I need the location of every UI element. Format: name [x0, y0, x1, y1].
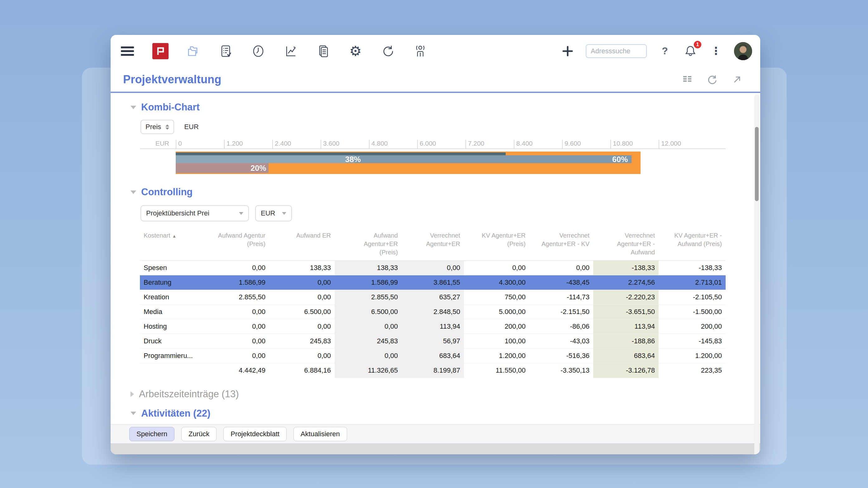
column-header[interactable]: Aufwand ER — [269, 230, 335, 261]
table-row[interactable]: Media0,006.500,006.500,002.848,505.000,0… — [140, 305, 725, 319]
table-cell: 245,83 — [269, 334, 335, 349]
kv-bar: 38% 60% 20% — [176, 151, 641, 174]
table-totals-row[interactable]: 4.442,496.884,1611.326,658.199,8711.550,… — [140, 363, 725, 378]
table-cell: 6.500,00 — [335, 305, 402, 319]
table-cell: 100,00 — [464, 334, 529, 349]
table-cell: -3.350,13 — [529, 363, 593, 378]
table-cell: 0,00 — [335, 319, 402, 334]
window-bottom-bar — [111, 443, 760, 454]
clock-icon[interactable] — [251, 44, 266, 59]
table-cell: 11.326,65 — [335, 363, 402, 378]
section-arbeitszeit[interactable]: Arbeitszeiteinträge (13) — [130, 389, 760, 400]
aufwand-agentur-bar — [176, 155, 354, 163]
table-cell: 0,00 — [402, 261, 464, 275]
table-cell: 0,00 — [269, 349, 335, 363]
scrollbar-thumb[interactable] — [755, 127, 758, 201]
sync-icon[interactable] — [380, 44, 395, 59]
line-chart-icon[interactable] — [283, 44, 298, 59]
search-input[interactable] — [586, 44, 647, 58]
projects-folder-icon[interactable] — [186, 44, 201, 59]
table-row[interactable]: Programmieru...0,000,000,00683,641.200,0… — [140, 349, 725, 363]
table-cell: 6.500,00 — [269, 305, 335, 319]
table-cell: 8.199,87 — [402, 363, 464, 378]
column-header[interactable]: KV Agentur+ER(Preis) — [464, 230, 529, 261]
team-resource-icon[interactable] — [413, 44, 428, 59]
table-row[interactable]: Beratung1.586,990,001.586,993.861,554.30… — [140, 275, 725, 290]
bell-icon[interactable]: 1 — [683, 44, 698, 59]
column-header[interactable]: VerrechnetAgentur+ER -Aufwand — [593, 230, 659, 261]
table-cell: 138,33 — [335, 261, 402, 275]
app-window: ⚙ ? — [111, 35, 760, 454]
column-header[interactable]: VerrechnetAgentur+ER - KV — [529, 230, 593, 261]
table-cell: -138,33 — [659, 261, 725, 275]
table-cell: -2.105,50 — [659, 290, 725, 305]
column-header[interactable]: Kostenart▲ — [140, 230, 199, 261]
section-aktivitaeten[interactable]: Aktivitäten (22) — [130, 408, 760, 419]
table-cell: 2.274,56 — [593, 275, 659, 290]
spinner-icon — [165, 124, 169, 130]
section-title-aktivitaeten: Aktivitäten (22) — [141, 408, 210, 419]
sort-asc-icon: ▲ — [172, 234, 177, 238]
agentur-pct-label: 38% — [345, 155, 361, 164]
axis-unit-label: EUR — [140, 140, 171, 147]
copy-report-icon[interactable] — [316, 44, 331, 59]
section-controlling[interactable]: Controlling — [130, 186, 760, 198]
table-cell: 113,94 — [402, 319, 464, 334]
pink-pct-label: 20% — [250, 164, 266, 173]
refresh-icon[interactable] — [707, 74, 718, 85]
row-label: Kreation — [140, 290, 199, 305]
column-header[interactable]: VerrechnetAgentur+ER — [402, 230, 464, 261]
collapse-icon[interactable] — [130, 411, 136, 415]
table-row[interactable]: Druck0,00245,83245,8356,97100,00-43,03-1… — [140, 334, 725, 349]
table-cell: 2.713,01 — [659, 275, 725, 290]
table-row[interactable]: Kreation2.855,500,002.855,50635,27750,00… — [140, 290, 725, 305]
table-cell: 4.300,00 — [464, 275, 529, 290]
currency-select[interactable]: EUR — [255, 205, 292, 221]
menu-icon[interactable] — [120, 44, 135, 59]
table-cell: 0,00 — [269, 290, 335, 305]
axis-tick: 8.400 — [514, 140, 533, 149]
kebab-menu-icon[interactable]: ⋮ — [709, 44, 723, 59]
row-label — [140, 363, 199, 378]
help-icon[interactable]: ? — [657, 44, 672, 59]
kombi-chart: EUR 01.2002.4003.6004.8006.0007.2008.400… — [140, 139, 725, 174]
gear-icon[interactable]: ⚙ — [348, 44, 363, 59]
column-header[interactable]: KV Agentur+ER -Aufwand (Preis) — [659, 230, 725, 261]
content-area: Kombi-Chart Preis EUR EUR 01.2002.4003.6… — [111, 93, 760, 424]
vertical-scrollbar[interactable] — [754, 94, 759, 454]
table-cell: 6.884,16 — [269, 363, 335, 378]
aktualisieren-button[interactable]: Aktualisieren — [293, 427, 347, 441]
table-cell: 635,27 — [402, 290, 464, 305]
plus-icon[interactable] — [560, 44, 575, 59]
axis-tick: 6.000 — [417, 140, 436, 149]
table-cell: -86,06 — [529, 319, 593, 334]
table-cell: -516,36 — [529, 349, 593, 363]
view-select-value: Projektübersicht Prei — [146, 209, 209, 217]
expand-icon[interactable] — [130, 391, 134, 397]
section-kombi-chart[interactable]: Kombi-Chart — [130, 102, 760, 113]
column-header[interactable]: Aufwand Agentur(Preis) — [199, 230, 269, 261]
view-select[interactable]: Projektübersicht Prei — [141, 205, 249, 221]
toolbar-right-group: ? 1 ⋮ — [560, 42, 760, 60]
collapse-icon[interactable] — [130, 106, 136, 109]
zur-ck-button[interactable]: Zurück — [181, 427, 217, 441]
speichern-button[interactable]: Speichern — [129, 427, 175, 441]
price-mode-select[interactable]: Preis — [141, 120, 174, 134]
collapse-icon[interactable] — [130, 191, 136, 194]
column-header[interactable]: AufwandAgentur+ER(Preis) — [335, 230, 402, 261]
table-cell: 1.586,99 — [335, 275, 402, 290]
projektdeckblatt-button[interactable]: Projektdeckblatt — [223, 427, 287, 441]
table-row[interactable]: Spesen0,00138,33138,330,000,000,00-138,3… — [140, 261, 725, 275]
table-row[interactable]: Hosting0,000,000,00113,94200,00-86,06113… — [140, 319, 725, 334]
table-cell: -138,33 — [593, 261, 659, 275]
checklist-icon[interactable] — [218, 44, 234, 59]
chart-axis: EUR 01.2002.4003.6004.8006.0007.2008.400… — [140, 139, 725, 149]
axis-tick: 0 — [176, 140, 182, 149]
table-cell: 0,00 — [199, 334, 269, 349]
table-cell: 245,83 — [335, 334, 402, 349]
table-cell: 2.855,50 — [199, 290, 269, 305]
avatar[interactable] — [734, 42, 752, 60]
open-external-icon[interactable] — [732, 74, 743, 85]
app-logo-p[interactable] — [152, 43, 168, 59]
list-columns-icon[interactable] — [682, 74, 693, 85]
